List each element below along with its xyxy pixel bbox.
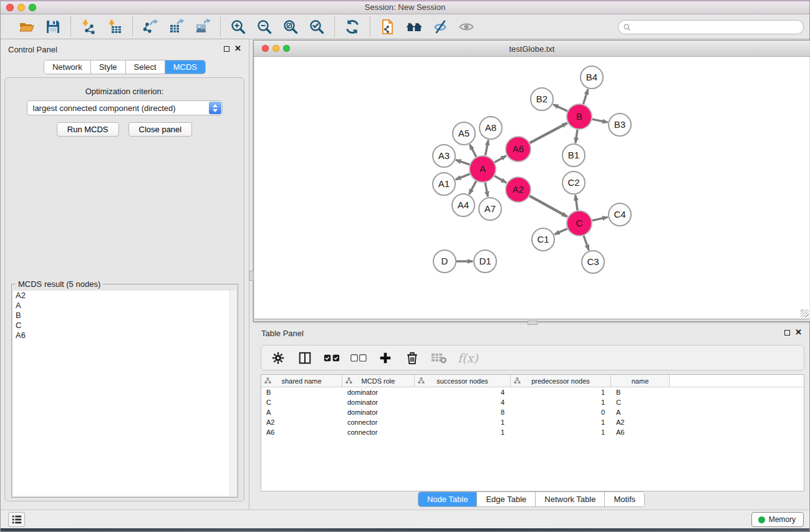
import-table-icon[interactable] — [106, 18, 123, 36]
column-header-successor-nodes[interactable]: successor nodes — [415, 375, 511, 387]
graph-edge-C-C2[interactable] — [576, 195, 577, 210]
graph-edge-B-B1[interactable] — [576, 130, 577, 143]
mcds-result-item[interactable]: A6 — [13, 331, 236, 341]
tab-style[interactable]: Style — [91, 60, 126, 74]
graph-edge-C-C3[interactable] — [584, 236, 589, 250]
tab-select[interactable]: Select — [126, 60, 165, 74]
mcds-result-item[interactable]: A2 — [13, 291, 236, 301]
control-panel: Control Panel ✕ NetworkStyleSelectMCDS O… — [1, 39, 249, 510]
zoom-out-icon[interactable] — [256, 18, 273, 36]
mcds-result-item[interactable]: A — [13, 301, 236, 311]
memory-button[interactable]: Memory — [751, 512, 804, 527]
plus-icon[interactable] — [377, 351, 393, 365]
table-tab-network-table[interactable]: Network Table — [536, 492, 605, 506]
export-network-icon[interactable] — [142, 18, 159, 36]
float-panel-icon[interactable] — [224, 46, 229, 52]
cell-name: A — [611, 407, 670, 417]
graph-edge-A-A8[interactable] — [485, 140, 488, 156]
cell-successor-nodes: 1 — [415, 427, 511, 437]
cell-successor-nodes: 4 — [415, 397, 511, 407]
graph-edge-B-B3[interactable] — [592, 119, 608, 122]
graph-node-label-A1: A1 — [438, 178, 450, 189]
zoom-fit-icon[interactable] — [282, 18, 299, 36]
trash-icon[interactable] — [404, 351, 420, 365]
graph-edge-A-A2[interactable] — [494, 176, 506, 183]
table-tab-node-table[interactable]: Node Table — [418, 492, 478, 506]
cell-successor-nodes: 4 — [415, 387, 511, 397]
table-row[interactable]: Cdominator41C — [261, 397, 804, 407]
save-icon[interactable] — [44, 18, 62, 36]
eye-icon[interactable] — [458, 18, 475, 36]
graph-edge-A-A5[interactable] — [470, 145, 476, 157]
network-canvas[interactable]: AA1A2A3A4A5A6A7A8BB1B2B3B4CC1C2C3C4DD1 — [254, 57, 809, 319]
criterion-dropdown[interactable]: largest connected component (directed) — [27, 100, 223, 115]
refresh-icon[interactable] — [344, 18, 361, 36]
graph-node-label-B4: B4 — [586, 72, 597, 82]
table-row[interactable]: A2connector11A2 — [261, 417, 804, 427]
search-field — [618, 20, 804, 34]
clone-document-icon[interactable] — [379, 18, 397, 36]
mcds-result-item[interactable]: B — [13, 311, 236, 321]
column-header-name[interactable]: name — [611, 375, 670, 387]
graph-node-label-A4: A4 — [458, 200, 469, 210]
graph-node-label-A3: A3 — [438, 150, 450, 161]
result-scrollbar[interactable] — [229, 291, 236, 496]
graph-edge-A6-B[interactable] — [530, 123, 567, 143]
table-close-icon[interactable]: ✕ — [795, 329, 802, 336]
graph-edge-B-B4[interactable] — [583, 89, 588, 104]
table-tab-edge-table[interactable]: Edge Table — [477, 492, 536, 506]
graph-edge-A-A3[interactable] — [456, 160, 470, 165]
mcds-result-group: MCDS result (5 nodes) A2ABCA6 — [11, 284, 238, 498]
graph-edge-A-A6[interactable] — [494, 156, 506, 162]
column-header-shared-name[interactable]: shared name — [261, 375, 342, 387]
column-header-predecessor-nodes[interactable]: predecessor nodes — [511, 375, 611, 387]
run-mcds-button[interactable]: Run MCDS — [57, 122, 119, 137]
table-row[interactable]: Bdominator41B — [261, 387, 804, 397]
columns-icon[interactable] — [297, 351, 313, 365]
tab-mcds[interactable]: MCDS — [165, 60, 205, 74]
cell-name: A2 — [611, 417, 670, 427]
table-tab-motifs[interactable]: Motifs — [605, 492, 644, 506]
graph-edge-A-A7[interactable] — [485, 183, 488, 197]
mcds-result-list[interactable]: A2ABCA6 — [13, 291, 236, 496]
window-resize-grip[interactable] — [801, 309, 809, 317]
graph-edge-C-C1[interactable] — [554, 229, 567, 235]
close-panel-button[interactable]: Close panel — [128, 122, 193, 137]
graph-edge-B-B2[interactable] — [553, 105, 567, 112]
horizontal-splitter-handle[interactable] — [528, 321, 538, 325]
table-row[interactable]: A6connector11A6 — [261, 427, 804, 437]
task-history-button[interactable] — [8, 512, 25, 527]
graph-edge-A-A1[interactable] — [456, 174, 470, 180]
uncheck-pair-icon[interactable] — [350, 351, 367, 365]
check-pair-icon[interactable] — [324, 351, 340, 365]
gear-icon[interactable] — [270, 351, 286, 365]
mcds-result-item[interactable]: C — [13, 321, 236, 331]
close-panel-icon[interactable]: ✕ — [234, 46, 241, 52]
table-row[interactable]: Adominator80A — [261, 407, 804, 417]
cell-predecessor-nodes: 1 — [511, 387, 611, 397]
tab-network[interactable]: Network — [44, 60, 91, 74]
network-graph: AA1A2A3A4A5A6A7A8BB1B2B3B4CC1C2C3C4DD1 — [254, 57, 810, 319]
search-icon — [623, 23, 632, 32]
graph-node-label-A7: A7 — [485, 203, 496, 214]
import-network-icon[interactable] — [80, 18, 97, 36]
vertical-splitter-handle[interactable] — [249, 271, 254, 281]
graph-node-label-D1: D1 — [479, 256, 491, 266]
open-folder-icon[interactable] — [18, 18, 36, 36]
graph-edge-A2-C[interactable] — [529, 196, 567, 216]
home-pair-icon[interactable] — [405, 18, 423, 36]
table-float-icon[interactable] — [784, 330, 790, 336]
zoom-in-icon[interactable] — [229, 18, 247, 36]
graph-node-label-C: C — [576, 218, 583, 228]
hide-details-icon[interactable] — [432, 18, 449, 36]
zoom-selected-icon[interactable] — [308, 18, 325, 36]
column-header-mcds-role[interactable]: MCDS role — [342, 375, 415, 387]
graph-node-label-C3: C3 — [587, 256, 599, 267]
export-image-icon[interactable] — [194, 18, 211, 36]
network-window-titlebar[interactable]: testGlobe.txt — [254, 41, 810, 57]
graph-edge-C-C4[interactable] — [592, 217, 608, 220]
cell-mcds-role: dominator — [342, 407, 415, 417]
graph-edge-A-A4[interactable] — [469, 181, 476, 194]
search-input[interactable] — [632, 21, 803, 33]
export-table-icon[interactable] — [168, 18, 185, 36]
